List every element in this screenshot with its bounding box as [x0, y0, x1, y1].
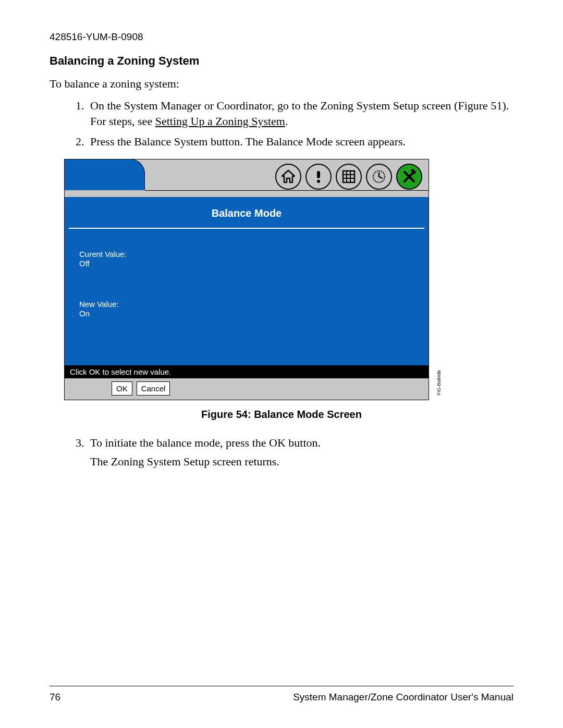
svg-rect-0	[317, 171, 320, 178]
intro-text: To balance a zoning system:	[50, 77, 513, 91]
page-footer: 76 System Manager/Zone Coordinator User'…	[50, 686, 513, 703]
step-1-text-a: On the System Manager or Coordinator, go…	[90, 99, 509, 128]
step-1-text-b: .	[285, 115, 288, 128]
device-top-divider	[145, 190, 429, 191]
keypad-icon[interactable]	[336, 164, 362, 190]
screen-content: Curent Value: Off New Value: On	[65, 229, 429, 365]
link-setting-up-zoning[interactable]: Setting Up a Zoning System	[155, 115, 285, 128]
balance-mode-screen: Balance Mode Curent Value: Off New Value…	[64, 159, 429, 400]
button-row: OK Cancel	[65, 378, 429, 400]
section-heading: Balancing a Zoning System	[50, 54, 513, 68]
document-id: 428516-YUM-B-0908	[50, 31, 513, 43]
figure-caption: Figure 54: Balance Mode Screen	[50, 409, 513, 421]
step-3-follow: The Zoning System Setup screen returns.	[90, 454, 513, 470]
new-value: On	[79, 309, 414, 318]
current-value-label: Curent Value:	[79, 250, 414, 259]
step-2: Press the Balance System button. The Bal…	[87, 134, 513, 150]
home-icon[interactable]	[275, 164, 301, 190]
page-number: 76	[50, 692, 60, 703]
cancel-button[interactable]: Cancel	[137, 381, 170, 396]
svg-point-1	[317, 180, 320, 183]
new-value-block: New Value: On	[79, 300, 414, 318]
screen-hint: Click OK to select new value.	[65, 365, 429, 378]
device-toolbar	[275, 164, 422, 190]
screen-title: Balance Mode	[65, 197, 429, 228]
svg-rect-2	[343, 171, 354, 182]
device-topbar	[65, 159, 429, 197]
device-body: Balance Mode Curent Value: Off New Value…	[65, 197, 429, 365]
svg-line-9	[379, 177, 382, 178]
figure-54: Balance Mode Curent Value: Off New Value…	[64, 159, 434, 400]
new-value-label: New Value:	[79, 300, 414, 309]
figure-side-label: FIG-BalMde	[436, 370, 442, 396]
schedule-icon[interactable]	[366, 164, 392, 190]
alert-icon[interactable]	[305, 164, 332, 190]
current-value-block: Curent Value: Off	[79, 250, 414, 268]
step-1: On the System Manager or Coordinator, go…	[87, 98, 513, 129]
device-tab[interactable]	[64, 159, 145, 190]
current-value: Off	[79, 259, 414, 268]
step-3: To initiate the balance mode, press the …	[87, 435, 513, 469]
ok-button[interactable]: OK	[112, 381, 132, 396]
tools-icon[interactable]	[396, 164, 422, 190]
manual-title: System Manager/Zone Coordinator User's M…	[293, 692, 513, 703]
step-3-text: To initiate the balance mode, press the …	[90, 436, 321, 449]
